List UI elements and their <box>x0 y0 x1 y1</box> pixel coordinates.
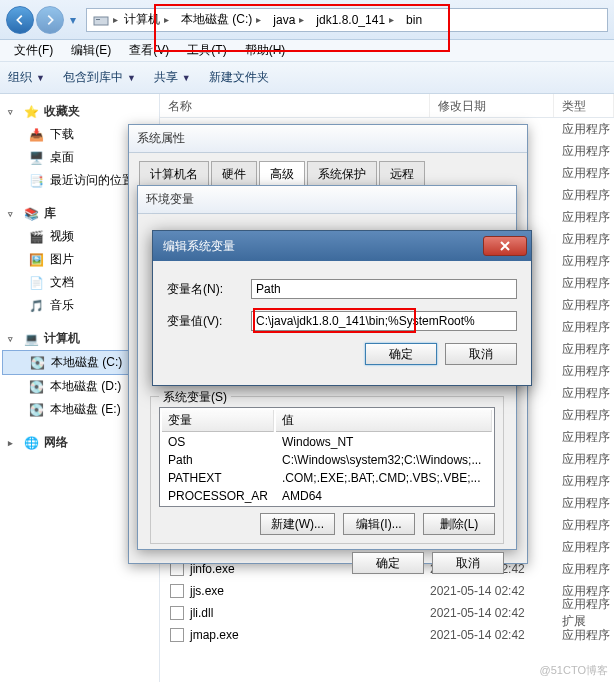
menu-tools[interactable]: 工具(T) <box>179 40 234 61</box>
menu-edit[interactable]: 编辑(E) <box>63 40 119 61</box>
dll-icon <box>170 606 184 620</box>
drive-icon: 💽 <box>28 402 44 418</box>
tab-sysprotect[interactable]: 系统保护 <box>307 161 377 188</box>
toolbar-include[interactable]: 包含到库中 ▼ <box>63 69 136 86</box>
svg-rect-0 <box>94 17 108 25</box>
col-val[interactable]: 值 <box>276 410 492 432</box>
download-icon: 📥 <box>28 127 44 143</box>
edit-dialog-title: 编辑系统变量 <box>153 231 531 261</box>
toolbar-newfolder[interactable]: 新建文件夹 <box>209 69 269 86</box>
close-button[interactable] <box>483 236 527 256</box>
breadcrumb-seg-3[interactable]: jdk1.8.0_141▸ <box>310 9 400 31</box>
breadcrumb-seg-2[interactable]: java▸ <box>267 9 310 31</box>
col-type[interactable]: 类型 <box>554 94 614 117</box>
watermark: @51CTO博客 <box>540 663 608 678</box>
env-vars-title: 环境变量 <box>138 186 516 214</box>
table-row[interactable]: OSWindows_NT <box>162 434 492 450</box>
table-row[interactable]: PROCESSOR_ARAMD64 <box>162 488 492 504</box>
library-icon: 📚 <box>23 206 39 222</box>
close-icon <box>499 240 511 252</box>
recent-icon: 📑 <box>28 173 44 189</box>
svg-rect-1 <box>96 19 100 20</box>
computer-icon: 💻 <box>23 331 39 347</box>
document-icon: 📄 <box>28 275 44 291</box>
cancel-button[interactable]: 取消 <box>432 552 504 574</box>
edit-variable-dialog: 编辑系统变量 变量名(N): 变量值(V): 确定 取消 <box>152 230 532 386</box>
list-item[interactable]: jli.dll2021-05-14 02:42应用程序扩展 <box>160 602 614 624</box>
desktop-icon: 🖥️ <box>28 150 44 166</box>
system-vars-group: 系统变量(S) 变量 值 OSWindows_NT PathC:\Windows… <box>150 396 504 544</box>
music-icon: 🎵 <box>28 298 44 314</box>
col-name[interactable]: 名称 <box>160 94 430 117</box>
breadcrumb-seg-0[interactable]: 计算机▸ <box>118 9 175 31</box>
nav-history-dropdown[interactable]: ▾ <box>66 9 80 31</box>
toolbar-organize[interactable]: 组织 ▼ <box>8 69 45 86</box>
col-date[interactable]: 修改日期 <box>430 94 554 117</box>
tab-advanced[interactable]: 高级 <box>259 161 305 188</box>
network-icon: 🌐 <box>23 435 39 451</box>
list-item[interactable]: jmap.exe2021-05-14 02:42应用程序 <box>160 624 614 646</box>
var-name-input[interactable] <box>251 279 517 299</box>
tab-computername[interactable]: 计算机名 <box>139 161 209 188</box>
tab-hardware[interactable]: 硬件 <box>211 161 257 188</box>
star-icon: ⭐ <box>23 104 39 120</box>
menu-bar: 文件(F) 编辑(E) 查看(V) 工具(T) 帮助(H) <box>0 40 614 62</box>
exe-icon <box>170 628 184 642</box>
table-row[interactable]: PATHEXT.COM;.EXE;.BAT;.CMD;.VBS;.VBE;... <box>162 470 492 486</box>
tab-remote[interactable]: 远程 <box>379 161 425 188</box>
cancel-button[interactable]: 取消 <box>445 343 517 365</box>
drive-icon: 💽 <box>28 379 44 395</box>
picture-icon: 🖼️ <box>28 252 44 268</box>
menu-view[interactable]: 查看(V) <box>121 40 177 61</box>
video-icon: 🎬 <box>28 229 44 245</box>
file-list-header: 名称 修改日期 类型 <box>160 94 614 118</box>
var-value-input[interactable] <box>251 311 517 331</box>
breadcrumb-seg-4[interactable]: bin <box>400 9 428 31</box>
ok-button[interactable]: 确定 <box>352 552 424 574</box>
var-value-label: 变量值(V): <box>167 313 239 330</box>
col-var[interactable]: 变量 <box>162 410 274 432</box>
explorer-nav: ▾ ▸ 计算机▸ 本地磁盘 (C:)▸ java▸ jdk1.8.0_141▸ … <box>0 0 614 40</box>
edit-button[interactable]: 编辑(I)... <box>343 513 415 535</box>
toolbar-share[interactable]: 共享 ▼ <box>154 69 191 86</box>
var-name-label: 变量名(N): <box>167 281 239 298</box>
back-button[interactable] <box>6 6 34 34</box>
group-title: 系统变量(S) <box>159 389 231 406</box>
delete-button[interactable]: 删除(L) <box>423 513 495 535</box>
ok-button[interactable]: 确定 <box>365 343 437 365</box>
forward-button[interactable] <box>36 6 64 34</box>
exe-icon <box>170 584 184 598</box>
table-row[interactable]: PathC:\Windows\system32;C:\Windows;... <box>162 452 492 468</box>
toolbar: 组织 ▼ 包含到库中 ▼ 共享 ▼ 新建文件夹 <box>0 62 614 94</box>
tabs: 计算机名 硬件 高级 系统保护 远程 <box>139 161 517 188</box>
drive-icon: 💽 <box>29 355 45 371</box>
breadcrumb-seg-1[interactable]: 本地磁盘 (C:)▸ <box>175 9 267 31</box>
system-vars-table[interactable]: 变量 值 OSWindows_NT PathC:\Windows\system3… <box>159 407 495 507</box>
menu-help[interactable]: 帮助(H) <box>237 40 294 61</box>
dialog-title: 系统属性 <box>129 125 527 153</box>
sidebar-favorites-header[interactable]: ▿⭐收藏夹 <box>2 100 157 123</box>
menu-file[interactable]: 文件(F) <box>6 40 61 61</box>
new-button[interactable]: 新建(W)... <box>260 513 335 535</box>
drive-icon <box>93 12 109 28</box>
breadcrumb[interactable]: ▸ 计算机▸ 本地磁盘 (C:)▸ java▸ jdk1.8.0_141▸ bi… <box>86 8 608 32</box>
